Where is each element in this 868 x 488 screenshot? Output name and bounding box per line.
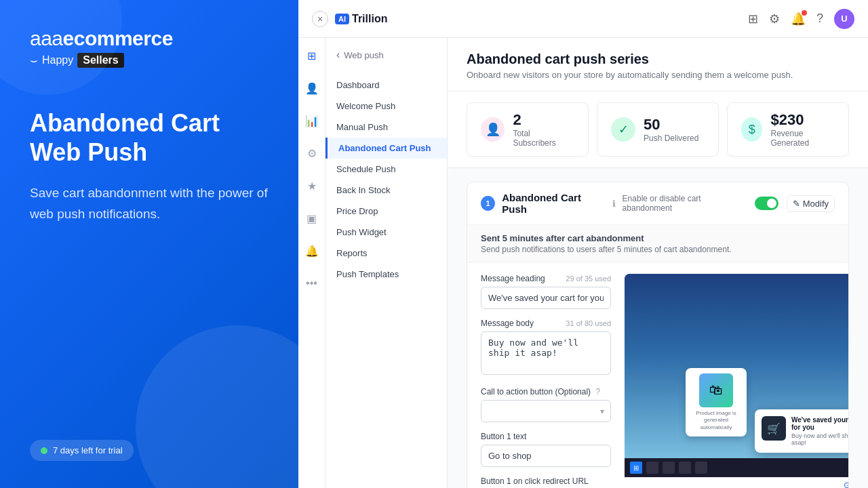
message-heading-label: Message heading: [481, 274, 545, 283]
sidebar-icon-bell[interactable]: 🔔: [302, 241, 321, 260]
sidebar-item-schedule-push[interactable]: Schedule Push: [326, 159, 447, 180]
brand-name: aaaecommerce: [30, 27, 269, 50]
sidebar-item-dashboard[interactable]: Dashboard: [326, 75, 447, 96]
sidebar-icon-box[interactable]: ▣: [302, 209, 321, 228]
product-auto-text: Product image is generated automatically: [691, 410, 741, 431]
section-actions: Enable or disable cart abandonment ✎ Mod…: [623, 194, 835, 213]
sidebar-item-welcome-push[interactable]: Welcome Push: [326, 96, 447, 117]
section-title: Abandoned Cart Push: [502, 192, 605, 215]
sidebar-nav: DashboardWelcome PushManual PushAbandone…: [326, 69, 447, 483]
cta-group: Call to action button (Optional) ? ▾: [481, 387, 611, 422]
stat-label: Total Subscribers: [513, 129, 574, 148]
section-sub-title: Sent 5 minutes after cart abandonment: [481, 233, 835, 243]
sidebar-item-abandoned-cart-push[interactable]: Abandoned Cart Push: [326, 138, 447, 159]
sidebar-item-push-templates[interactable]: Push Templates: [326, 264, 447, 285]
notification-icon[interactable]: 🔔: [791, 12, 806, 26]
top-bar-right: ⊞ ⚙ 🔔 ? U: [748, 9, 854, 29]
taskbar-start-button: ⊞: [630, 462, 642, 474]
stat-icon: 👤: [481, 117, 505, 142]
button1-text-input[interactable]: [481, 445, 611, 467]
user-avatar[interactable]: U: [834, 9, 854, 29]
sidebar-icon-chart[interactable]: 📊: [302, 111, 321, 130]
form-left: Message heading 29 of 35 used Message bo…: [481, 274, 611, 488]
sidebar-icon-star[interactable]: ★: [302, 176, 321, 195]
stat-card-push-delivered: ✓ 50 Push Delivered: [597, 102, 719, 157]
message-body-counter: 31 of 80 used: [566, 319, 611, 327]
sidebar-icon-home[interactable]: ⊞: [302, 46, 321, 65]
grid-icon[interactable]: ⊞: [748, 12, 758, 26]
sidebar-icon-more[interactable]: •••: [302, 274, 321, 293]
toggle-label: Enable or disable cart abandonment: [623, 194, 747, 213]
brand-logo: aaaecommerce ⌣ Happy Sellers: [30, 27, 269, 68]
sidebar-item-price-drop[interactable]: Price Drop: [326, 201, 447, 222]
page-header: Abandoned cart push series Onboard new v…: [448, 38, 868, 92]
app-panel: × AI Trillion ⊞ ⚙ 🔔 ? U ⊞ 👤 📊 ⚙ ★ ▣ 🔔 ••…: [298, 0, 868, 488]
stat-icon: ✓: [611, 117, 635, 142]
cta-info-icon: ?: [595, 387, 600, 396]
stats-row: 👤 2 Total Subscribers ✓ 50 Push Delivere…: [448, 92, 868, 168]
sidebar-item-push-widget[interactable]: Push Widget: [326, 222, 447, 243]
sidebar-item-back-in-stock[interactable]: Back In Stock: [326, 180, 447, 201]
preview-desktop: ─ □ 🛒 We've saved your cart for you: [625, 274, 849, 477]
trial-dot: [41, 447, 47, 454]
button1-redirect-label: Button 1 on click redirect URL: [481, 476, 589, 486]
section-num: 1: [481, 196, 495, 211]
product-auto-image: 🛍: [699, 373, 733, 407]
push-body: Buy now and we'll ship it asap!: [791, 432, 849, 446]
stat-number: $230: [770, 111, 835, 129]
section-card: 1 Abandoned Cart Push ℹ Enable or disabl…: [467, 182, 849, 488]
app-body: ⊞ 👤 📊 ⚙ ★ ▣ 🔔 ••• Web push DashboardWelc…: [298, 38, 868, 488]
preview-taskbar: ⊞ 12:47: [625, 458, 849, 477]
cta-label: Call to action button (Optional) ?: [481, 387, 600, 396]
left-panel: aaaecommerce ⌣ Happy Sellers Abandoned C…: [0, 0, 298, 488]
section-sub-desc: Send push notifications to users after 5…: [481, 245, 835, 254]
goto-shop-button[interactable]: Go To Shop ›: [625, 477, 849, 488]
cta-select[interactable]: [481, 400, 611, 422]
top-bar: × AI Trillion ⊞ ⚙ 🔔 ? U: [298, 0, 868, 38]
stat-icon: $: [741, 117, 762, 142]
message-heading-group: Message heading 29 of 35 used: [481, 274, 611, 309]
form-right: ─ □ 🛒 We've saved your cart for you: [625, 274, 849, 488]
sidebar-icons: ⊞ 👤 📊 ⚙ ★ ▣ 🔔 •••: [298, 38, 326, 488]
close-button[interactable]: ×: [312, 11, 328, 27]
message-body-group: Message body 31 of 80 used Buy now and w…: [481, 319, 611, 378]
stat-number: 50: [644, 116, 698, 134]
section-sub-header: Sent 5 minutes after cart abandonment Se…: [467, 225, 848, 263]
taskbar-icon-3: [679, 462, 691, 474]
sidebar-item-reports[interactable]: Reports: [326, 243, 447, 264]
sidebar-item-manual-push[interactable]: Manual Push: [326, 117, 447, 138]
cart-abandonment-toggle[interactable]: [755, 197, 778, 210]
message-body-label: Message body: [481, 319, 534, 328]
main-content: Abandoned cart push series Onboard new v…: [448, 38, 868, 488]
modify-button[interactable]: ✎ Modify: [787, 195, 835, 212]
button1-text-label: Button 1 text: [481, 432, 526, 441]
settings-icon[interactable]: ⚙: [769, 12, 780, 26]
message-heading-counter: 29 of 35 used: [566, 274, 611, 283]
taskbar-icon-1: [646, 462, 658, 474]
help-icon[interactable]: ?: [816, 12, 823, 26]
trial-badge: 7 days left for trial: [30, 440, 134, 461]
stat-label: Push Delivered: [644, 134, 698, 143]
left-description: Save cart abandonment with the power of …: [30, 183, 269, 224]
sidebar: Web push DashboardWelcome PushManual Pus…: [326, 38, 448, 488]
cta-select-group: ▾: [481, 400, 611, 422]
message-heading-input[interactable]: [481, 287, 611, 309]
sidebar-icon-user[interactable]: 👤: [302, 79, 321, 98]
push-notification: 🛒 We've saved your cart for you Buy now …: [755, 409, 849, 453]
logo-ai-badge: AI: [335, 14, 349, 24]
brand-tagline: ⌣ Happy Sellers: [30, 53, 269, 68]
section-info-icon[interactable]: ℹ: [612, 199, 616, 209]
message-body-textarea[interactable]: Buy now and we'll ship it asap!: [481, 331, 611, 375]
button1-redirect-group: Button 1 on click redirect URL: [481, 476, 611, 488]
stat-label: Revenue Generated: [770, 129, 835, 148]
push-content: We've saved your cart for you Buy now an…: [791, 416, 849, 446]
product-auto-box: 🛍 Product image is generated automatical…: [686, 368, 747, 436]
taskbar-icon-4: [695, 462, 707, 474]
back-link[interactable]: Web push: [326, 43, 447, 66]
stat-number: 2: [513, 111, 574, 129]
push-title: We've saved your cart for you: [791, 416, 849, 431]
app-logo: AI Trillion: [335, 13, 387, 25]
sidebar-icon-settings[interactable]: ⚙: [302, 144, 321, 163]
top-bar-left: × AI Trillion: [312, 11, 387, 27]
stat-card-total-subscribers: 👤 2 Total Subscribers: [467, 102, 589, 157]
